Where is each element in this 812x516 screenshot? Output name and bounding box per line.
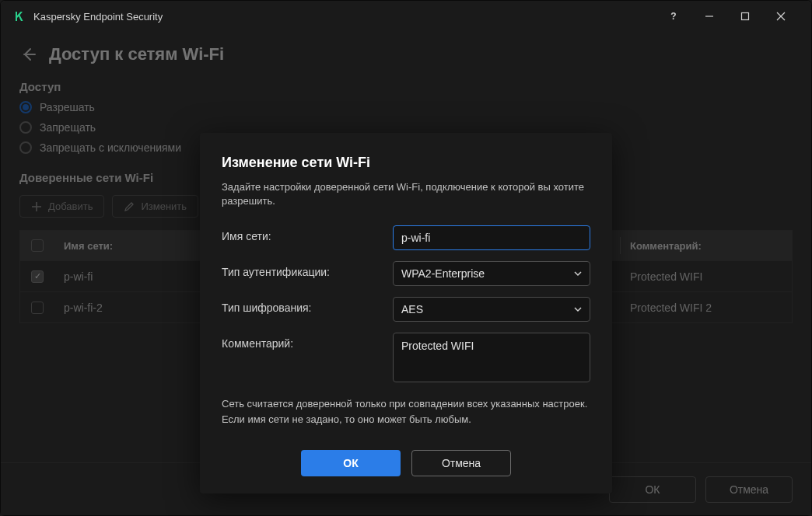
edit-wifi-dialog: Изменение сети Wi-Fi Задайте настройки д… — [200, 133, 612, 493]
app-title: Kaspersky Endpoint Security — [33, 11, 656, 23]
name-input[interactable] — [393, 225, 590, 250]
form-row-comment: Комментарий: — [222, 333, 590, 385]
form-row-name: Имя сети: — [222, 225, 590, 250]
app-window: Kaspersky Endpoint Security ? Доступ к с… — [0, 0, 812, 516]
titlebar: Kaspersky Endpoint Security ? — [1, 1, 811, 32]
content-area: Доступ к сетям Wi-Fi Доступ Разрешать За… — [1, 32, 811, 515]
svg-text:?: ? — [670, 12, 676, 21]
chevron-down-icon — [574, 305, 582, 313]
auth-select[interactable]: WPA2-Enterprise — [393, 261, 590, 286]
maximize-button[interactable] — [727, 1, 763, 32]
dialog-description: Задайте настройки доверенной сети Wi-Fi,… — [222, 180, 590, 208]
dialog-cancel-button[interactable]: Отмена — [411, 450, 511, 476]
auth-select-value: WPA2-Enterprise — [401, 267, 485, 280]
app-logo-icon — [13, 10, 26, 23]
help-button[interactable]: ? — [656, 1, 691, 32]
dialog-ok-button[interactable]: ОК — [301, 450, 401, 476]
enc-label: Тип шифрования: — [222, 297, 393, 314]
enc-select[interactable]: AES — [393, 297, 590, 322]
dialog-note: Сеть считается доверенной только при сов… — [222, 396, 590, 427]
comment-label: Комментарий: — [222, 333, 393, 350]
close-button[interactable] — [763, 1, 799, 32]
svg-rect-2 — [742, 13, 749, 20]
comment-textarea[interactable] — [393, 333, 590, 382]
enc-select-value: AES — [401, 303, 423, 316]
chevron-down-icon — [574, 270, 582, 277]
auth-label: Тип аутентификации: — [222, 261, 393, 278]
dialog-title: Изменение сети Wi-Fi — [222, 155, 590, 171]
form-row-auth: Тип аутентификации: WPA2-Enterprise — [222, 261, 590, 286]
dialog-actions: ОК Отмена — [222, 450, 590, 476]
modal-overlay: Изменение сети Wi-Fi Задайте настройки д… — [1, 32, 811, 515]
name-label: Имя сети: — [222, 225, 393, 242]
window-controls: ? — [656, 1, 799, 32]
form-row-enc: Тип шифрования: AES — [222, 297, 590, 322]
minimize-button[interactable] — [691, 1, 727, 32]
